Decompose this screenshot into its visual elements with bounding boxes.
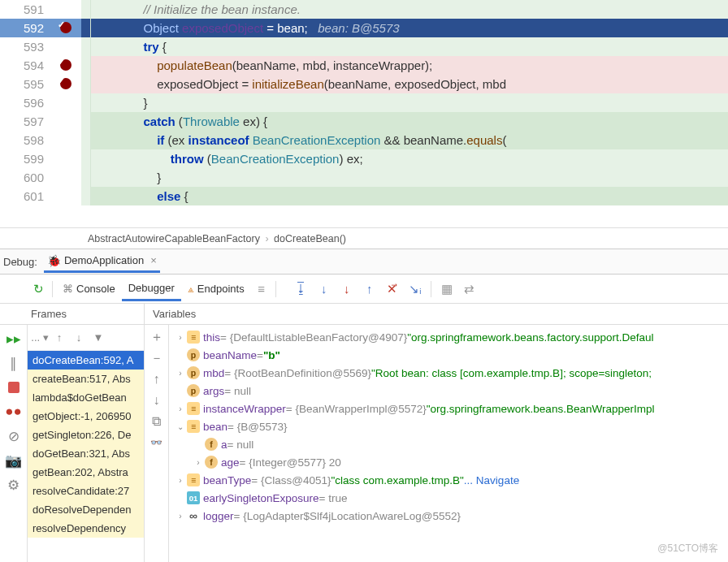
variable-row[interactable]: ›≡beanType = {Class@4051} "class com.exa… — [174, 471, 728, 489]
stack-frame[interactable]: doCreateBean:592, A — [28, 351, 144, 370]
variable-row[interactable]: ⌄≡bean = {B@5573} — [174, 417, 728, 435]
run-to-cursor-icon[interactable]: ↘ᵢ — [405, 279, 426, 300]
tab-endpoints[interactable]: ⟁Endpoints — [181, 278, 251, 300]
stack-frame[interactable]: resolveCandidate:27 — [28, 482, 144, 500]
debugger-toolbar: ↻ ⌘Console Debugger ⟁Endpoints ≡ ⭳̅ ↓ ↓ … — [0, 275, 728, 304]
frames-header: Frames — [0, 304, 145, 325]
next-frame-icon[interactable]: ↓ — [70, 331, 88, 344]
stack-frame[interactable]: doGetBean:321, Abs — [28, 444, 144, 463]
stack-frame[interactable]: getSingleton:226, De — [28, 426, 144, 444]
remove-watch-icon[interactable]: － — [148, 349, 166, 367]
code-line[interactable]: 593 try { — [0, 37, 728, 56]
get-thread-dump-icon[interactable]: 📷 — [3, 450, 24, 471]
move-down-icon[interactable]: ↓ — [148, 391, 166, 409]
code-line[interactable]: 600 } — [0, 168, 728, 187]
kind-badge: ≡ — [187, 473, 200, 486]
kind-badge: f — [205, 456, 218, 469]
expand-icon[interactable]: ⌄ — [174, 422, 187, 431]
code-line[interactable]: 599 throw (BeanCreationException) ex; — [0, 149, 728, 168]
stack-frame[interactable]: createBean:517, Abs — [28, 370, 144, 388]
variable-row[interactable]: ›fage = {Integer@5577} 20 — [174, 453, 728, 471]
kind-badge: ≡ — [187, 331, 200, 344]
stack-frame[interactable]: getBean:202, Abstra — [28, 463, 144, 482]
kind-badge: 01 — [187, 491, 200, 504]
evaluate-expression-icon[interactable]: ▦ — [436, 279, 457, 300]
kind-badge: ≡ — [187, 420, 200, 433]
run-config-name: DemoApplication — [64, 254, 144, 266]
variable-row[interactable]: ›≡this = {DefaultListableBeanFactory@490… — [174, 328, 728, 346]
expand-icon[interactable]: › — [174, 512, 187, 521]
stack-frame[interactable]: doResolveDependen — [28, 500, 144, 519]
stop-icon[interactable] — [8, 382, 20, 393]
settings-icon[interactable]: ⚙ — [3, 474, 24, 495]
code-line[interactable]: 601 else { — [0, 187, 728, 205]
pause-icon[interactable]: ∥ — [3, 352, 24, 374]
variable-row[interactable]: pargs = null — [174, 382, 728, 400]
variable-row[interactable]: ›∞logger = {LogAdapter$Slf4jLocationAwar… — [174, 507, 728, 525]
rerun-icon[interactable]: ↻ — [28, 279, 49, 300]
variable-row[interactable]: pbeanName = "b" — [174, 346, 728, 364]
stack-frame[interactable]: lambda$doGetBean — [28, 388, 144, 407]
tab-debugger[interactable]: Debugger — [122, 277, 181, 301]
show-watches-icon[interactable]: 👓 — [148, 434, 166, 452]
code-line[interactable]: 594✓ populateBean(beanName, mbd, instanc… — [0, 56, 728, 75]
code-line[interactable]: 595✓ exposedObject = initializeBean(bean… — [0, 75, 728, 93]
kind-badge: ≡ — [187, 402, 200, 415]
variables-header: Variables — [145, 304, 728, 325]
debug-run-config-tab[interactable]: 🐞 DemoApplication × — [44, 251, 160, 273]
code-line[interactable]: 598 if (ex instanceof BeanCreationExcept… — [0, 131, 728, 149]
debug-label: Debug: — [3, 256, 37, 268]
expand-icon[interactable]: › — [174, 404, 187, 413]
breadcrumb-method[interactable]: doCreateBean() — [274, 233, 346, 244]
kind-badge: f — [205, 438, 218, 451]
drop-frame-icon[interactable]: ✕⃗ — [382, 279, 403, 300]
kind-badge: p — [187, 348, 200, 361]
close-icon[interactable]: × — [150, 254, 157, 266]
move-up-icon[interactable]: ↑ — [148, 370, 166, 388]
variable-row[interactable]: ›≡instanceWrapper = {BeanWrapperImpl@557… — [174, 400, 728, 417]
code-line[interactable]: 592✓ Object exposedObject = bean; bean: … — [0, 19, 728, 37]
code-line[interactable]: 596 } — [0, 93, 728, 112]
code-editor[interactable]: 591 // Initialize the bean instance.592✓… — [0, 0, 728, 227]
expand-icon[interactable]: › — [174, 333, 187, 342]
expand-icon[interactable]: › — [174, 369, 187, 378]
tab-console[interactable]: ⌘Console — [56, 278, 122, 300]
expand-icon[interactable]: › — [174, 476, 187, 485]
prev-frame-icon[interactable]: ↑ — [50, 331, 68, 344]
thread-selector[interactable]: ... ▾ — [31, 331, 49, 344]
step-into-icon[interactable]: ↓ — [314, 279, 335, 300]
chevron-right-icon: › — [262, 233, 271, 244]
kind-badge: p — [187, 384, 200, 397]
variable-row[interactable]: fa = null — [174, 435, 728, 453]
variables-panel[interactable]: ›≡this = {DefaultListableBeanFactory@490… — [169, 325, 728, 562]
variable-row[interactable]: ›pmbd = {RootBeanDefinition@5569} "Root … — [174, 364, 728, 382]
force-step-into-icon[interactable]: ↓ — [336, 279, 358, 300]
code-line[interactable]: 597 catch (Throwable ex) { — [0, 112, 728, 131]
step-over-icon[interactable]: ⭳̅ — [291, 279, 312, 300]
kind-badge: ∞ — [187, 509, 200, 522]
stack-frame[interactable]: getObject:-1, 206950 — [28, 407, 144, 426]
breadcrumb[interactable]: AbstractAutowireCapableBeanFactory › doC… — [0, 227, 728, 249]
stack-frame[interactable]: resolveDependency — [28, 519, 144, 538]
watermark: @51CTO博客 — [657, 542, 718, 556]
navigate-link[interactable]: ... Navigate — [464, 474, 519, 486]
step-out-icon[interactable]: ↑ — [359, 279, 380, 300]
expand-icon[interactable]: › — [192, 458, 205, 467]
copy-icon[interactable]: ⧉ — [148, 413, 166, 430]
resume-icon[interactable]: ▸▸ — [3, 328, 24, 349]
breadcrumb-class[interactable]: AbstractAutowireCapableBeanFactory — [88, 233, 260, 244]
kind-badge: p — [187, 366, 200, 379]
debugger-body: ▸▸ ∥ ●● ⊘ 📷 ⚙ ... ▾ ↑ ↓ ▼ doCreateBean:5… — [0, 325, 728, 562]
add-watch-icon[interactable]: ＋ — [148, 328, 166, 346]
frames-panel: ... ▾ ↑ ↓ ▼ doCreateBean:592, AcreateBea… — [28, 325, 145, 562]
variable-row[interactable]: 01earlySingletonExposure = true — [174, 489, 728, 507]
view-breakpoints-icon[interactable]: ●● — [3, 401, 24, 422]
trace-icon[interactable]: ⇄ — [459, 279, 480, 300]
frames-list[interactable]: doCreateBean:592, AcreateBean:517, Absla… — [28, 351, 144, 562]
filter-icon[interactable]: ▼ — [89, 331, 107, 344]
code-line[interactable]: 591 // Initialize the bean instance. — [0, 0, 728, 19]
debug-actions-rail: ▸▸ ∥ ●● ⊘ 📷 ⚙ — [0, 325, 28, 562]
threads-icon[interactable]: ≡ — [251, 279, 272, 300]
frames-toolbar: ... ▾ ↑ ↓ ▼ — [28, 325, 144, 351]
mute-breakpoints-icon[interactable]: ⊘ — [3, 426, 24, 447]
